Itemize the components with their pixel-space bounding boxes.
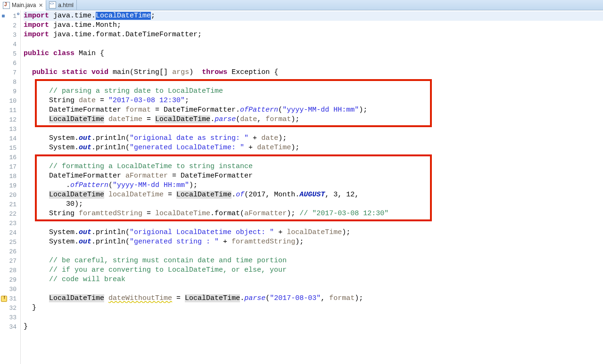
code-line: // be careful, string must contain date …: [24, 256, 603, 266]
editor-tabbar: Main.java ✕ a.html: [0, 0, 603, 10]
line-number: 3: [0, 30, 20, 40]
line-number: 15: [0, 143, 20, 153]
code-area[interactable]: import java.time.LocalDateTime; import j…: [21, 10, 603, 364]
tab-a-html[interactable]: a.html: [46, 0, 77, 10]
code-line: System.out.println("origional date as st…: [24, 134, 603, 143]
code-line: DateTimeFormatter aFormatter = DateTimeF…: [24, 171, 603, 181]
tab-label: Main.java: [12, 2, 36, 8]
html-file-icon: [49, 1, 56, 8]
line-number: 6: [0, 58, 20, 68]
code-line: [24, 247, 603, 256]
line-number: 25: [0, 237, 20, 247]
code-line: [24, 124, 603, 134]
code-line: System.out.println("generated LocalDateT…: [24, 143, 603, 153]
code-line: import java.time.format.DateTimeFormatte…: [24, 30, 603, 40]
line-number: 18: [0, 171, 20, 181]
code-line: LocalDateTime dateTime = LocalDateTime.p…: [24, 115, 603, 124]
code-line: DateTimeFormatter format = DateTimeForma…: [24, 105, 603, 115]
line-number: 4: [0, 40, 20, 49]
line-number: 11: [0, 105, 20, 115]
close-icon[interactable]: ✕: [39, 2, 43, 8]
line-number: 32: [0, 303, 20, 313]
line-number: 13: [0, 124, 20, 134]
code-line: [24, 40, 603, 49]
code-line: // formatting a LocalDateTime to string …: [24, 162, 603, 171]
line-number: 16: [0, 153, 20, 162]
line-number: 9: [0, 87, 20, 96]
line-number: 28: [0, 266, 20, 275]
line-number: 33: [0, 313, 20, 322]
line-number: 22: [0, 209, 20, 218]
line-number: 23: [0, 218, 20, 228]
code-line: // code will break: [24, 275, 603, 284]
line-number: 30: [0, 284, 20, 294]
line-number: 19: [0, 181, 20, 190]
code-line: [24, 58, 603, 68]
line-number: 31: [0, 294, 20, 303]
code-line: }: [24, 303, 603, 313]
code-line: .ofPattern("yyyy-MM-dd HH:mm");: [24, 181, 603, 190]
code-line: import java.time.LocalDateTime;: [24, 11, 603, 21]
line-number: 2: [0, 21, 20, 30]
code-line: System.out.println("generated string : "…: [24, 237, 603, 247]
code-line: LocalDateTime localDateTime = LocalDateT…: [24, 190, 603, 200]
java-file-icon: [3, 2, 10, 9]
code-line: String date = "2017-03-08 12:30";: [24, 96, 603, 105]
line-number: 24: [0, 228, 20, 237]
tab-label: a.html: [58, 2, 74, 8]
code-line: public class Main {: [24, 49, 603, 58]
code-line: [24, 313, 603, 322]
code-line: LocalDateTime dateWithoutTime = LocalDat…: [24, 294, 603, 303]
line-number: 29: [0, 275, 20, 284]
code-line: [24, 153, 603, 162]
code-line: public static void main(String[] args) t…: [24, 68, 603, 77]
code-line: System.out.println("origional LocalDatet…: [24, 228, 603, 237]
line-number: 17: [0, 162, 20, 171]
line-number: 10: [0, 96, 20, 105]
editor-area: 1⊖ 2 3 4 5 6 7⊖ 8 9 10 11 12 13 14 15 16…: [0, 10, 603, 364]
line-number: 34: [0, 322, 20, 332]
line-number: 5: [0, 49, 20, 58]
line-number: 7⊖: [0, 68, 20, 77]
code-line: [24, 218, 603, 228]
line-number: 27: [0, 256, 20, 266]
line-number: 14: [0, 134, 20, 143]
tab-main-java[interactable]: Main.java ✕: [0, 0, 46, 10]
code-line: import java.time.Month;: [24, 21, 603, 30]
code-line: // parsing a string date to LocalDateTim…: [24, 87, 603, 96]
code-line: [24, 284, 603, 294]
code-line: String foramttedString = localDateTime.f…: [24, 209, 603, 218]
line-number: 26: [0, 247, 20, 256]
line-number: 8: [0, 77, 20, 87]
line-number-gutter: 1⊖ 2 3 4 5 6 7⊖ 8 9 10 11 12 13 14 15 16…: [0, 10, 21, 364]
line-number: 21: [0, 200, 20, 209]
code-line: 30);: [24, 200, 603, 209]
line-number: 12: [0, 115, 20, 124]
warning-icon: [1, 296, 7, 302]
code-line: [24, 77, 603, 87]
code-line: // if you are converting to LocalDateTim…: [24, 266, 603, 275]
code-line: }: [24, 322, 603, 332]
line-number: 20: [0, 190, 20, 200]
